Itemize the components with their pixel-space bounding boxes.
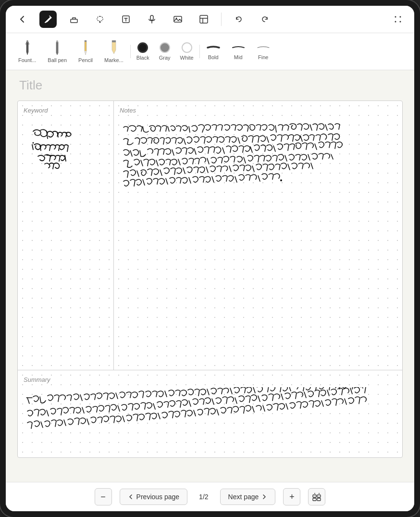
svg-point-11 xyxy=(26,40,28,43)
fountain-pen-label: Fount... xyxy=(18,57,36,63)
fine-stroke-icon[interactable] xyxy=(256,43,271,52)
template-button[interactable] xyxy=(195,11,212,28)
zoom-in-button[interactable]: + xyxy=(283,488,300,505)
fine-label: Fine xyxy=(258,54,268,60)
keyword-label: Keyword xyxy=(24,107,108,114)
svg-rect-6 xyxy=(200,15,208,23)
bold-stroke-icon[interactable] xyxy=(206,43,221,52)
eraser-button[interactable] xyxy=(65,11,83,28)
next-page-button[interactable]: Next page xyxy=(220,489,276,505)
toolbar-top xyxy=(6,6,414,33)
fine-stroke-group: Fine xyxy=(252,41,275,62)
more-button[interactable] xyxy=(389,11,407,28)
white-color-group: White xyxy=(176,40,198,63)
prev-arrow-icon xyxy=(128,494,134,500)
ball-pen-icon xyxy=(51,40,63,55)
plus-icon: + xyxy=(289,492,295,502)
black-color-swatch[interactable] xyxy=(137,42,148,53)
svg-point-15 xyxy=(141,46,145,50)
svg-rect-3 xyxy=(150,15,153,20)
svg-point-10 xyxy=(400,21,401,23)
device-frame: Fount... Ball pen xyxy=(0,0,420,517)
grid-icon xyxy=(312,492,321,502)
grid-view-button[interactable] xyxy=(308,488,325,505)
fountain-pen-tool[interactable]: Fount... xyxy=(13,37,41,66)
back-button[interactable] xyxy=(13,11,31,28)
bottom-nav: − Previous page 1/2 Next page + xyxy=(6,482,414,511)
toolbar-pens: Fount... Ball pen xyxy=(6,33,414,70)
next-arrow-icon xyxy=(261,494,267,500)
svg-rect-4 xyxy=(174,16,182,22)
ball-pen-tool[interactable]: Ball pen xyxy=(43,37,72,66)
mid-stroke-group: Mid xyxy=(227,41,250,62)
main-content: Title Keyword xyxy=(6,70,414,482)
svg-rect-19 xyxy=(317,498,321,501)
mic-button[interactable] xyxy=(143,11,161,28)
svg-point-9 xyxy=(395,21,396,23)
cornell-container: Keyword xyxy=(17,101,403,458)
svg-point-23 xyxy=(319,493,320,494)
pencil-label: Pencil xyxy=(78,57,93,63)
undo-button[interactable] xyxy=(230,11,247,28)
cornell-summary-section[interactable]: Summary xyxy=(18,370,402,457)
white-color-swatch[interactable] xyxy=(182,42,192,53)
marker-icon xyxy=(108,40,120,55)
cornell-keyword-section[interactable]: Keyword xyxy=(18,101,114,370)
pencil-tool[interactable]: Pencil xyxy=(74,37,98,66)
color-sep xyxy=(199,45,200,58)
notes-handwriting xyxy=(120,118,396,245)
mid-stroke-icon[interactable] xyxy=(231,43,246,52)
cornell-top: Keyword xyxy=(18,101,402,370)
black-color-group: Black xyxy=(133,40,153,63)
zoom-out-button[interactable]: − xyxy=(95,488,112,505)
device-screen: Fount... Ball pen xyxy=(6,6,414,511)
ball-pen-label: Ball pen xyxy=(48,57,67,63)
svg-rect-13 xyxy=(85,40,86,42)
redo-button[interactable] xyxy=(256,11,273,28)
bold-label: Bold xyxy=(208,54,219,60)
svg-point-17 xyxy=(280,179,282,181)
next-page-label: Next page xyxy=(228,493,259,501)
bold-stroke-group: Bold xyxy=(202,41,225,62)
svg-point-7 xyxy=(395,16,396,18)
black-label: Black xyxy=(136,55,149,61)
svg-rect-18 xyxy=(313,498,316,501)
gray-color-swatch[interactable] xyxy=(160,42,170,53)
svg-point-16 xyxy=(33,142,34,144)
marker-tool[interactable]: Marke... xyxy=(99,37,128,66)
mid-label: Mid xyxy=(234,54,243,60)
svg-point-12 xyxy=(56,40,58,42)
summary-handwriting-svg xyxy=(24,387,370,450)
keyword-handwriting xyxy=(24,122,108,170)
svg-point-1 xyxy=(99,22,101,23)
svg-rect-0 xyxy=(71,19,77,23)
text-button[interactable] xyxy=(117,11,135,28)
gray-color-group: Gray xyxy=(155,40,174,63)
svg-rect-14 xyxy=(112,40,116,42)
svg-point-8 xyxy=(400,16,401,18)
gray-label: Gray xyxy=(159,55,171,61)
prev-page-label: Previous page xyxy=(136,493,180,501)
marker-label: Marke... xyxy=(104,57,124,63)
notes-handwriting-svg xyxy=(120,118,350,243)
keyword-handwriting-svg xyxy=(24,122,100,170)
pencil-icon xyxy=(80,40,91,55)
minus-icon: − xyxy=(100,492,106,502)
pen-tool-button[interactable] xyxy=(39,11,57,28)
toolbar-sep-1 xyxy=(221,13,222,26)
svg-rect-21 xyxy=(317,495,321,497)
summary-handwriting xyxy=(24,387,396,452)
prev-page-button[interactable]: Previous page xyxy=(120,489,188,505)
summary-label: Summary xyxy=(24,376,396,383)
cornell-notes-section[interactable]: Notes xyxy=(114,101,402,370)
svg-rect-20 xyxy=(313,495,316,497)
image-button[interactable] xyxy=(169,11,186,28)
page-title: Title xyxy=(17,78,403,93)
white-label: White xyxy=(180,55,194,61)
notes-label: Notes xyxy=(120,107,396,114)
fountain-pen-icon xyxy=(22,40,33,55)
svg-point-22 xyxy=(314,493,315,494)
pen-sep xyxy=(130,45,131,58)
page-indicator: 1/2 xyxy=(195,491,212,503)
lasso-button[interactable] xyxy=(91,11,109,28)
